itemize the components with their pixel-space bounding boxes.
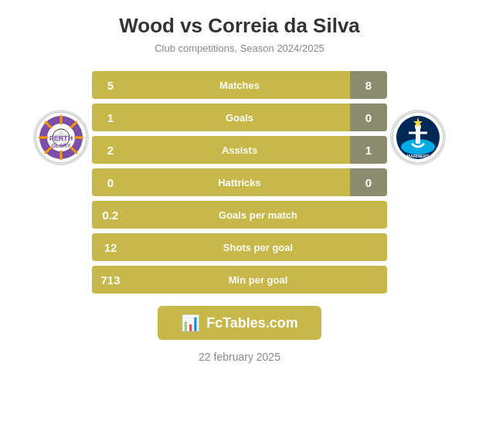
stat-row-3: 0Hattricks0 [92, 168, 387, 196]
stat-label-1: Goals [129, 104, 350, 131]
stat-left-value-5: 12 [92, 233, 129, 261]
stat-label-4: Goals per match [129, 201, 387, 229]
teams-section: PERTH GLORY 5Matches81Goals02Assists10Ha… [15, 71, 464, 294]
stat-row-0: 5Matches8 [92, 71, 387, 99]
stat-left-value-1: 1 [92, 104, 129, 131]
stat-right-value-1: 0 [350, 104, 387, 131]
stat-row-4: 0.2Goals per match [92, 201, 387, 229]
stat-label-0: Matches [129, 71, 350, 99]
svg-text:PERTH: PERTH [49, 134, 73, 142]
mariners-logo: MARINERS [390, 110, 446, 165]
stat-right-value-0: 8 [350, 71, 387, 99]
stat-label-6: Min per goal [129, 266, 387, 294]
main-container: Wood vs Correia da Silva Club competitio… [0, 0, 479, 448]
stat-row-5: 12Shots per goal [92, 233, 387, 261]
stat-row-1: 1Goals0 [92, 104, 387, 131]
svg-text:GLORY: GLORY [52, 143, 71, 148]
stat-left-value-6: 713 [92, 266, 129, 294]
fctables-label: FcTables.com [206, 315, 298, 331]
fctables-banner[interactable]: 📊 FcTables.com [158, 306, 321, 340]
stat-left-value-3: 0 [92, 168, 129, 196]
stat-right-value-2: 1 [350, 136, 387, 164]
right-team-logo-col: MARINERS [390, 71, 464, 165]
page-subtitle: Club competitions, Season 2024/2025 [155, 42, 324, 54]
svg-text:MARINERS: MARINERS [406, 154, 430, 158]
stat-right-value-3: 0 [350, 168, 387, 196]
fctables-icon: 📊 [181, 314, 200, 332]
stat-left-value-0: 5 [92, 71, 129, 99]
page-title: Wood vs Correia da Silva [119, 14, 360, 38]
stat-label-3: Hattricks [129, 168, 350, 196]
stat-label-5: Shots per goal [129, 233, 387, 261]
date-label: 22 february 2025 [199, 351, 280, 363]
stat-row-2: 2Assists1 [92, 136, 387, 164]
stat-row-6: 713Min per goal [92, 266, 387, 294]
left-team-logo-col: PERTH GLORY [15, 71, 89, 165]
stat-left-value-2: 2 [92, 136, 129, 164]
perth-glory-logo: PERTH GLORY [33, 110, 89, 165]
stats-middle: 5Matches81Goals02Assists10Hattricks00.2G… [92, 71, 387, 294]
stat-left-value-4: 0.2 [92, 201, 129, 229]
stat-label-2: Assists [129, 136, 350, 164]
